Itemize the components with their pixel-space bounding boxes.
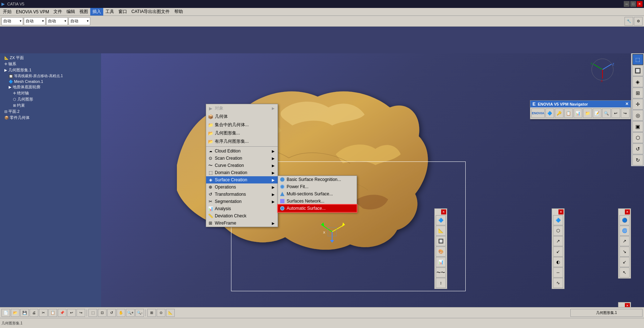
float-c2-close[interactable]: ✕ xyxy=(558,209,564,214)
close-button[interactable]: ✕ xyxy=(637,1,643,7)
fp-c2-btn-1[interactable]: 🔷 xyxy=(553,215,563,225)
tree-item-geo-bottom[interactable]: ▶ 地质体底面轮廓 xyxy=(1,84,100,90)
ctx-deviation-check[interactable]: 📏 Deviation Check xyxy=(206,212,278,220)
bt-btn-paste[interactable]: 📌 xyxy=(58,309,66,317)
fp-c-btn-3[interactable]: 🔲 xyxy=(436,236,446,246)
rt-btn-9[interactable]: ↻ xyxy=(632,155,643,165)
enovia-btn-logo[interactable]: ENOVIA xyxy=(531,108,545,118)
fp-c2-btn-5[interactable]: ◐ xyxy=(553,257,563,267)
enovia-btn-1[interactable]: 🔷 xyxy=(545,108,554,118)
bt-btn-redo[interactable]: ↪ xyxy=(77,309,85,317)
ctx-wireframe[interactable]: ⊞ WireFrame ▶ xyxy=(206,220,278,227)
bt-btn-undo[interactable]: ↩ xyxy=(67,309,76,317)
bt-btn-copy[interactable]: 📋 xyxy=(48,309,57,317)
tree-item-constraint[interactable]: ⊞ 约束 xyxy=(1,102,100,108)
dropdown-auto-2[interactable]: 自动 ▼ xyxy=(24,17,45,25)
menu-file[interactable]: 文件 xyxy=(51,8,64,15)
fp-c2-btn-6[interactable]: ↔ xyxy=(553,267,563,278)
bt-btn-zoom-fit[interactable]: ⊡ xyxy=(98,309,106,317)
menu-view[interactable]: 视图 xyxy=(77,8,90,15)
sub-power-fit[interactable]: Power Fit... xyxy=(278,183,357,190)
dropdown-auto-1[interactable]: 自动 ▼ xyxy=(1,17,23,25)
fp-s-btn-4[interactable]: ↘ xyxy=(619,247,630,257)
fp-s-btn-6[interactable]: ↖ xyxy=(619,267,630,278)
tree-item-geoshape[interactable]: ⬡ 几何图形 xyxy=(1,96,100,102)
tree-item-abs-axis[interactable]: ✛ 绝对轴 xyxy=(1,90,100,96)
ctx-domain-creation[interactable]: ⬚ Domain Creation ▶ xyxy=(206,169,278,176)
rt-btn-active[interactable]: ⬚ xyxy=(632,54,643,65)
fp-c-btn-6[interactable]: 〜〜 xyxy=(436,267,446,278)
ctx-geoset[interactable]: 📂 几何图形集... xyxy=(206,129,278,137)
bt-btn-print[interactable]: 🖨 xyxy=(30,309,38,317)
bt-btn-zoom-in[interactable]: 🔍+ xyxy=(126,309,135,317)
ctx-surface-creation[interactable]: ◈ Surface Creation ▶ Basic Surface Recog… xyxy=(206,176,278,183)
fp-s-btn-2[interactable]: 🌀 xyxy=(619,226,630,236)
enovia-btn-4[interactable]: 📊 xyxy=(574,108,582,118)
sub-automatic-surface[interactable]: Automatic Surface... xyxy=(278,205,357,212)
tree-item-contour[interactable]: 🔲 等高线裁剪-原点移动-高程点.1 xyxy=(1,73,100,79)
bt-btn-cut[interactable]: ✂ xyxy=(39,309,48,317)
tree-item-axis[interactable]: ✛ 轴系 xyxy=(1,61,100,67)
tree-item-partgeo[interactable]: 📦 零件几何体 xyxy=(1,115,100,121)
float-c-close[interactable]: ✕ xyxy=(441,209,446,214)
enovia-btn-9[interactable]: ↪ xyxy=(621,108,630,118)
ctx-scan-creation[interactable]: ⊙ Scan Creation ▶ xyxy=(206,155,278,162)
rt-btn-8[interactable]: ↺ xyxy=(632,143,643,154)
rt-btn-3[interactable]: ⊞ xyxy=(632,88,643,98)
float-s-close[interactable]: ✕ xyxy=(625,209,630,214)
fp-c-btn-1[interactable]: 🔷 xyxy=(436,215,446,225)
fp-c2-btn-4[interactable]: ↙ xyxy=(553,247,563,257)
rt-btn-6[interactable]: ▣ xyxy=(632,121,643,132)
ctx-object[interactable]: ▶ 对象 ▶ xyxy=(206,104,278,112)
ctx-segmentation[interactable]: ✂ Segmentation ▶ xyxy=(206,198,278,205)
bt-btn-grid[interactable]: ⊞ xyxy=(147,309,156,317)
ctx-transformations[interactable]: ↺ Transformations ▶ xyxy=(206,191,278,198)
ctx-geo-in-set[interactable]: 📁 集合中的几何体... xyxy=(206,121,278,129)
ctx-curve-creation[interactable]: 〜 Curve Creation ▶ xyxy=(206,162,278,169)
bt-btn-zoom-out[interactable]: 🔍- xyxy=(135,309,144,317)
bt-btn-file-new[interactable]: 📄 xyxy=(1,309,10,317)
toolbar-btn-1[interactable]: 🔧 xyxy=(625,17,633,26)
enovia-btn-2[interactable]: 🔑 xyxy=(555,108,564,118)
tree-item-mesh[interactable]: 🔷 Mesh Creation.1 xyxy=(1,79,100,84)
bt-btn-save[interactable]: 💾 xyxy=(20,309,29,317)
bt-btn-measure[interactable]: 📐 xyxy=(166,309,175,317)
fp-c-btn-7[interactable]: ↕ xyxy=(436,278,446,288)
fp-s-btn-5[interactable]: ↙ xyxy=(619,257,630,267)
fp-c-btn-5[interactable]: 📊 xyxy=(436,257,446,267)
sub-surfaces-network[interactable]: Surfaces Network... xyxy=(278,198,357,205)
fp-c-btn-4[interactable]: 🎨 xyxy=(436,247,446,257)
fp-c2-btn-2[interactable]: ⬡ xyxy=(553,226,563,236)
menu-start[interactable]: 开始 xyxy=(1,8,14,15)
ctx-cloud-edition[interactable]: ☁ Cloud Edition ▶ xyxy=(206,147,278,155)
rt-btn-5[interactable]: ◎ xyxy=(632,110,643,121)
fp-c2-btn-7[interactable]: ∿ xyxy=(553,278,563,288)
tree-item-zx[interactable]: 📐 ZX 平面 xyxy=(1,55,100,61)
menu-tools[interactable]: 工具 xyxy=(103,8,116,15)
toolbar-btn-2[interactable]: ⚙ xyxy=(634,17,643,26)
enovia-btn-3[interactable]: 📋 xyxy=(564,108,573,118)
enovia-btn-8[interactable]: ↩ xyxy=(612,108,620,118)
fp-s-btn-1[interactable]: 🔵 xyxy=(619,215,630,225)
menu-help[interactable]: 帮助 xyxy=(172,8,185,15)
bt-btn-snap[interactable]: ⊙ xyxy=(157,309,165,317)
bt-btn-rotate[interactable]: ↺ xyxy=(107,309,116,317)
enovia-btn-7[interactable]: 🔍 xyxy=(602,108,611,118)
enovia-btn-6[interactable]: 📝 xyxy=(593,108,601,118)
dropdown-auto-4[interactable]: 自动 ▼ xyxy=(69,17,90,25)
menu-window[interactable]: 窗口 xyxy=(116,8,129,15)
tree-item-geomset[interactable]: ▶ 几何图形集.1 xyxy=(1,67,100,73)
menu-enovia[interactable]: ENOVIA V5 VPM xyxy=(14,9,51,15)
ctx-operations[interactable]: ⊕ Operations ▶ xyxy=(206,183,278,191)
ctx-analysis[interactable]: 📊 Analysis xyxy=(206,205,278,212)
rt-btn-1[interactable]: 🔲 xyxy=(632,65,643,76)
ctx-geobody[interactable]: 📦 几何体 xyxy=(206,112,278,121)
enovia-close-button[interactable]: ✕ xyxy=(625,102,628,106)
sub-basic-surface[interactable]: Basic Surface Recognition... xyxy=(278,176,357,183)
menu-edit[interactable]: 编辑 xyxy=(64,8,77,15)
minimize-button[interactable]: ─ xyxy=(624,1,630,7)
bt-btn-pan[interactable]: ✋ xyxy=(117,309,125,317)
menu-insert[interactable]: 插入 xyxy=(90,8,103,15)
enovia-btn-5[interactable]: 📁 xyxy=(583,108,592,118)
bt-btn-open[interactable]: 📂 xyxy=(11,309,19,317)
